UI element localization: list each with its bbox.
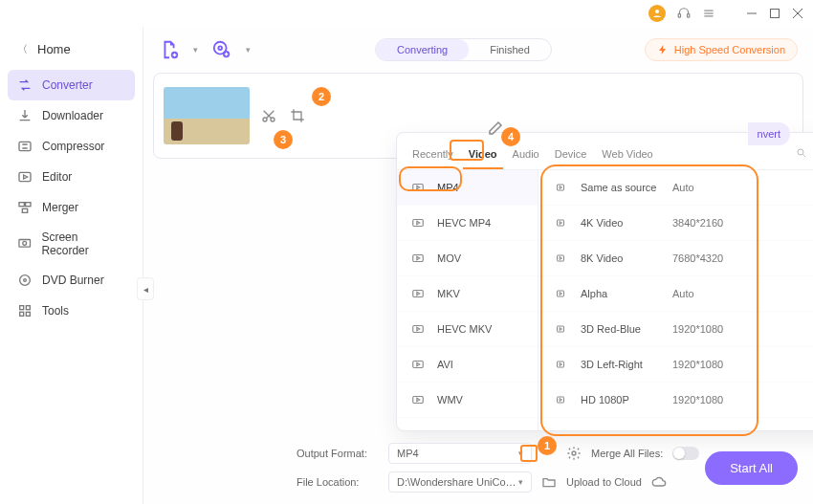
callout-4: 4	[501, 127, 520, 146]
cloud-icon[interactable]	[651, 474, 667, 490]
svg-marker-34	[417, 221, 420, 225]
svg-rect-33	[413, 220, 424, 227]
sidebar-item-compressor[interactable]: Compressor	[8, 131, 135, 162]
file-location-label: File Location:	[297, 476, 379, 488]
file-location-select[interactable]: D:\Wondershare UniConverter 1 ▾	[388, 471, 532, 493]
chevron-left-icon: 〈	[17, 42, 28, 56]
editor-icon	[17, 169, 33, 185]
svg-point-0	[655, 10, 659, 13]
add-disc-button[interactable]	[211, 39, 232, 60]
settings-icon[interactable]	[566, 446, 582, 461]
svg-rect-22	[20, 312, 24, 316]
add-file-button[interactable]	[159, 39, 180, 60]
format-item-mov[interactable]: MOV	[397, 241, 538, 276]
svg-rect-37	[413, 291, 424, 297]
tab-audio[interactable]: Audio	[511, 142, 541, 169]
sidebar-items: Converter Downloader Compressor Editor M…	[8, 70, 135, 326]
sidebar-item-label: Tools	[42, 304, 69, 318]
format-item-hevc-mkv[interactable]: HEVC MKV	[397, 312, 538, 347]
support-icon[interactable]	[677, 7, 691, 20]
svg-point-19	[24, 279, 27, 282]
minimize-button[interactable]	[746, 8, 758, 19]
tools-icon	[17, 303, 33, 318]
svg-point-17	[23, 241, 27, 245]
ring-output-dropdown	[520, 445, 538, 462]
sidebar-item-editor[interactable]: Editor	[8, 162, 135, 192]
format-label: M4V	[437, 429, 459, 430]
maximize-button[interactable]	[769, 8, 780, 19]
svg-point-26	[218, 46, 222, 50]
hevc-icon	[410, 322, 426, 336]
bolt-icon	[657, 44, 669, 55]
sidebar-item-converter[interactable]: Converter	[8, 70, 135, 100]
format-item-mkv[interactable]: MKV	[397, 276, 538, 312]
chevron-down-icon[interactable]: ▾	[246, 45, 251, 55]
hsc-label: High Speed Conversion	[674, 44, 785, 55]
sidebar-item-dvd-burner[interactable]: DVD Burner	[8, 265, 135, 296]
output-format-select[interactable]: MP4 ▾	[388, 443, 532, 464]
svg-point-18	[20, 275, 31, 286]
sidebar-item-merger[interactable]: Merger	[8, 192, 135, 223]
svg-rect-15	[22, 208, 27, 212]
sidebar-home-label: Home	[37, 42, 71, 56]
convert-button[interactable]: nvert	[748, 122, 790, 145]
sidebar-item-label: Downloader	[42, 109, 103, 122]
wmv-icon	[410, 393, 426, 406]
sidebar-item-tools[interactable]: Tools	[8, 296, 135, 326]
m4v-icon	[410, 428, 426, 430]
svg-marker-12	[24, 175, 28, 179]
mov-icon	[410, 252, 426, 265]
toolbar: ▾ ▾ Converting Finished High Speed Conve…	[153, 34, 803, 65]
callout-2: 2	[312, 87, 331, 106]
main-area: ▾ ▾ Converting Finished High Speed Conve…	[143, 27, 813, 504]
film-icon	[410, 358, 426, 371]
tab-converting[interactable]: Converting	[376, 39, 469, 60]
user-avatar-icon[interactable]	[648, 5, 666, 22]
format-item-hevc-mp4[interactable]: HEVC MP4	[397, 206, 538, 241]
svg-point-63	[572, 451, 576, 455]
svg-rect-13	[19, 203, 24, 207]
popup-search[interactable]: Search	[794, 143, 813, 168]
crop-icon[interactable]	[290, 108, 305, 123]
format-label: MKV	[437, 288, 460, 299]
svg-marker-44	[417, 398, 420, 402]
video-thumbnail[interactable]	[164, 87, 250, 144]
screen-recorder-icon	[17, 236, 32, 252]
sidebar: 〈 Home Converter Downloader Compressor E…	[0, 27, 143, 504]
format-label: HEVC MP4	[437, 217, 491, 229]
converter-icon	[17, 77, 33, 93]
folder-icon[interactable]	[541, 474, 557, 490]
sidebar-item-label: Merger	[42, 201, 78, 214]
merge-toggle[interactable]	[672, 447, 699, 460]
format-label: WMV	[437, 394, 463, 405]
ring-tab-video	[450, 140, 484, 161]
format-item-m4v[interactable]: M4V	[397, 418, 538, 430]
tab-finished[interactable]: Finished	[469, 39, 551, 60]
format-item-avi[interactable]: AVI	[397, 347, 538, 383]
ring-resolutions	[540, 164, 758, 436]
mkv-icon	[410, 287, 426, 300]
sidebar-item-label: Screen Recorder	[41, 230, 125, 257]
svg-marker-40	[417, 327, 420, 331]
svg-rect-1	[678, 14, 680, 17]
menu-icon[interactable]	[702, 7, 715, 20]
cut-icon[interactable]	[261, 108, 276, 123]
chevron-down-icon[interactable]: ▾	[193, 45, 198, 55]
format-label: MOV	[437, 252, 461, 264]
file-location-value: D:\Wondershare UniConverter 1	[397, 476, 518, 488]
sidebar-item-screen-recorder[interactable]: Screen Recorder	[8, 223, 135, 265]
sidebar-item-downloader[interactable]: Downloader	[8, 100, 135, 131]
svg-point-30	[798, 149, 803, 155]
chevron-down-icon: ▾	[518, 477, 523, 487]
sidebar-item-label: Converter	[42, 78, 93, 92]
format-item-wmv[interactable]: WMV	[397, 383, 538, 418]
tab-recently[interactable]: Recently	[410, 142, 455, 169]
sidebar-item-label: DVD Burner	[42, 274, 104, 287]
close-button[interactable]	[792, 8, 803, 19]
high-speed-conversion-button[interactable]: High Speed Conversion	[645, 38, 798, 61]
svg-rect-7	[771, 10, 780, 18]
search-icon	[796, 147, 807, 159]
start-all-button[interactable]: Start All	[705, 451, 798, 485]
sidebar-home[interactable]: 〈 Home	[8, 36, 135, 62]
svg-rect-11	[19, 172, 31, 181]
